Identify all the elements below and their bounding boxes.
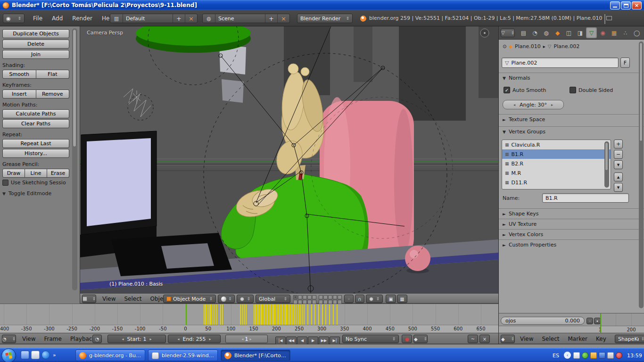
keyframe-marker[interactable] [286, 304, 287, 325]
keyframe-marker[interactable] [242, 304, 243, 325]
current-frame-indicator[interactable] [600, 313, 601, 333]
add-vertex-group-button[interactable]: + [614, 140, 623, 148]
keyframe-marker[interactable] [266, 304, 267, 325]
keyframe-marker[interactable] [213, 304, 214, 325]
taskbar-task[interactable]: blender-2.59-windo... [148, 350, 218, 361]
panel-header-shape-keys[interactable]: ►Shape Keys [499, 208, 644, 219]
keyframe-marker[interactable] [280, 304, 281, 325]
keyframe-marker[interactable] [290, 304, 291, 325]
editor-type-info-button[interactable]: ◉⇕ [3, 14, 25, 23]
vertex-group-list[interactable]: ▦Clavicula.R▦B1.R▦B2.R▦M.R▦D11.R [502, 140, 611, 189]
keyframe-marker[interactable] [240, 304, 241, 325]
keyframe-marker[interactable] [329, 304, 330, 325]
tab-texture[interactable]: ▦ [609, 27, 619, 38]
keyframe-marker[interactable] [311, 304, 312, 325]
keyframe-marker[interactable] [325, 304, 326, 325]
tool-button[interactable]: Flat [36, 70, 70, 79]
keyframe-marker[interactable] [270, 304, 271, 325]
keyframe-marker[interactable] [258, 304, 259, 325]
menu-item[interactable]: Marker [564, 334, 592, 344]
record-icon[interactable]: ● [402, 335, 412, 343]
layer-toggle[interactable] [333, 295, 337, 299]
start-button[interactable] [1, 348, 16, 362]
screen-layout-name[interactable]: Default [123, 14, 173, 23]
maximize-icon[interactable] [621, 1, 631, 9]
scrollbar-thumb[interactable] [605, 142, 608, 171]
menu-item[interactable]: View [18, 334, 40, 344]
layer-toggle[interactable] [328, 295, 332, 299]
delete-screen-button[interactable]: × [185, 14, 197, 23]
keyframe-marker[interactable] [314, 304, 315, 325]
keyframe-marker[interactable] [255, 304, 256, 325]
breadcrumb-object[interactable]: Plane.010 [515, 43, 541, 49]
tab-material[interactable]: ◉ [597, 27, 608, 38]
pin-icon[interactable]: ⊙ [503, 44, 506, 49]
keyframe-marker[interactable] [220, 304, 221, 325]
taskbar-task[interactable]: g-blender.org - Bus... [75, 350, 145, 361]
language-indicator[interactable]: ES [553, 353, 559, 359]
tool-button[interactable]: History... [2, 149, 69, 158]
render-opengl-icon[interactable]: ▦ [397, 295, 407, 303]
render-engine-select[interactable]: Blender Render⇕ [297, 14, 353, 23]
keyframe-marker[interactable] [337, 304, 338, 325]
panel-vertex-groups-header[interactable]: ▼ Vertex Groups [499, 126, 644, 137]
editor-type-timeline-button[interactable]: ◔⇕ [2, 335, 16, 343]
lock-icon[interactable]: ◦ [344, 295, 354, 303]
menu-item[interactable]: File [28, 10, 47, 26]
panel-header-vertex-colors[interactable]: ►Vertex Colors [499, 229, 644, 239]
dopesheet-mode-select[interactable]: ShapeKey E⇕ [615, 335, 644, 343]
frame-start-field[interactable]: ◂Start: 1▸ [107, 335, 166, 343]
mode-select[interactable]: Object Mode⇕ [163, 295, 216, 303]
keyframe-marker[interactable] [322, 304, 323, 325]
tool-button[interactable]: Erase [47, 169, 69, 178]
menu-item[interactable]: Select [537, 334, 563, 344]
keyframe-marker[interactable] [215, 304, 215, 325]
vertex-group-item[interactable]: ▦Clavicula.R [502, 140, 611, 149]
tab-scene[interactable]: ◔ [529, 27, 540, 38]
preview-range-icon[interactable]: ◔ [92, 335, 102, 343]
keyframe-marker[interactable] [297, 304, 297, 325]
keyframe-marker[interactable] [300, 304, 301, 325]
keyframe-marker[interactable] [208, 304, 209, 325]
add-scene-button[interactable]: + [265, 14, 277, 23]
keyframe-marker[interactable] [273, 304, 274, 325]
tool-button[interactable]: Calculate Paths [2, 109, 69, 118]
keying-set-select[interactable]: ◆⇕ [413, 335, 428, 343]
scene-selector[interactable]: ◍ Scene + × [202, 14, 290, 23]
keyframe-marker[interactable] [269, 304, 270, 325]
panel-header-custom-properties[interactable]: ►Custom Properties [499, 239, 644, 250]
render-camera-icon[interactable]: ▣ [386, 295, 396, 303]
layer-toggle[interactable] [323, 295, 328, 299]
tool-shelf-scrollbar[interactable] [72, 28, 77, 290]
menu-item[interactable]: Frame [40, 334, 66, 344]
current-frame-indicator[interactable] [186, 304, 187, 325]
tool-button[interactable]: Join [2, 50, 69, 59]
panel-header-uv-texture[interactable]: ►UV Texture [499, 219, 644, 229]
keyframe-marker[interactable] [216, 304, 217, 325]
keyframe-marker[interactable] [307, 304, 308, 325]
keyframe-marker[interactable] [302, 304, 303, 325]
tool-button[interactable]: Duplicate Objects [2, 29, 69, 38]
viewport-shading-select[interactable]: ⇕ [218, 295, 235, 303]
scrollbar-thumb[interactable] [639, 42, 643, 141]
window-duplicate-icon[interactable] [604, 14, 605, 24]
layer-toggle[interactable] [338, 295, 342, 299]
keyframe-marker[interactable] [278, 304, 279, 325]
keyframe-marker[interactable] [284, 304, 285, 325]
keyframe-marker[interactable] [272, 304, 272, 325]
viewport-nav-gizmo[interactable] [480, 29, 489, 37]
window-titlebar[interactable]: Blender* [F:\Corto Tomás\Pelicula 2\Proy… [0, 0, 644, 10]
keyframe-marker[interactable] [205, 304, 206, 325]
layer-toggle[interactable] [303, 295, 307, 299]
datablock-name-field[interactable]: ▽ Plane.002 [502, 58, 619, 68]
frame-end-field[interactable]: ◂End: 255▸ [168, 335, 221, 343]
tool-button[interactable]: Remove [36, 90, 70, 99]
shapekey-ruler[interactable]: 1 200 [499, 326, 644, 333]
keyframe-marker[interactable] [298, 304, 299, 325]
tab-physics[interactable]: ◯ [631, 27, 642, 38]
tool-button[interactable]: Repeat Last [2, 139, 69, 148]
tab-object-data[interactable]: ▽ [586, 27, 597, 38]
keyframe-marker[interactable] [295, 304, 296, 325]
keyframe-marker[interactable] [246, 304, 247, 325]
editor-type-3dview-button[interactable]: ⇕ [82, 295, 96, 303]
